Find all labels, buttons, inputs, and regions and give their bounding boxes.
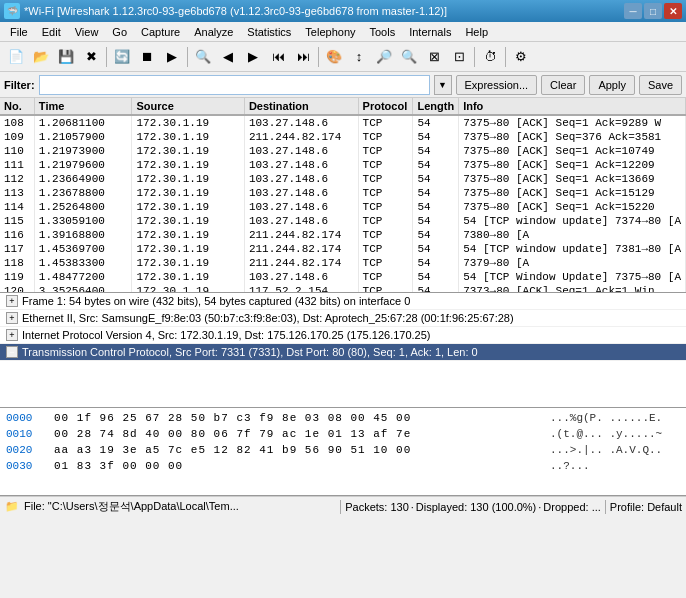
table-row[interactable]: 1161.39168800172.30.1.19211.244.82.174TC…	[0, 228, 686, 242]
toolbar-go-back[interactable]: ◀	[216, 45, 240, 69]
apply-button[interactable]: Apply	[589, 75, 635, 95]
cell-no: 115	[0, 214, 34, 228]
filter-dropdown[interactable]: ▼	[434, 75, 452, 95]
cell-dst: 103.27.148.6	[244, 214, 358, 228]
menu-item-capture[interactable]: Capture	[135, 24, 186, 40]
detail-text: Transmission Control Protocol, Src Port:…	[22, 346, 478, 358]
toolbar-new[interactable]: 📄	[4, 45, 28, 69]
hex-line: 000000 1f 96 25 67 28 50 b7 c3 f9 8e 03 …	[6, 410, 680, 426]
menu-item-view[interactable]: View	[69, 24, 105, 40]
table-row[interactable]: 1091.21057900172.30.1.19211.244.82.174TC…	[0, 130, 686, 144]
detail-row[interactable]: +Frame 1: 54 bytes on wire (432 bits), 5…	[0, 293, 686, 310]
sep2	[187, 47, 188, 67]
cell-len: 54	[413, 144, 459, 158]
table-row[interactable]: 1151.33059100172.30.1.19103.27.148.6TCP5…	[0, 214, 686, 228]
table-row[interactable]: 1191.48477200172.30.1.19103.27.148.6TCP5…	[0, 270, 686, 284]
menu-item-go[interactable]: Go	[106, 24, 133, 40]
table-row[interactable]: 1111.21979600172.30.1.19103.27.148.6TCP5…	[0, 158, 686, 172]
table-row[interactable]: 1121.23664900172.30.1.19103.27.148.6TCP5…	[0, 172, 686, 186]
filter-bar: Filter: ▼ Expression... Clear Apply Save	[0, 72, 686, 98]
toolbar-zoom-in[interactable]: 🔎	[372, 45, 396, 69]
toolbar-open[interactable]: 📂	[29, 45, 53, 69]
packet-list[interactable]: No. Time Source Destination Protocol Len…	[0, 98, 686, 293]
toolbar-close[interactable]: ✖	[79, 45, 103, 69]
detail-row[interactable]: +Ethernet II, Src: SamsungE_f9:8e:03 (50…	[0, 310, 686, 327]
table-row[interactable]: 1081.20681100172.30.1.19103.27.148.6TCP5…	[0, 115, 686, 130]
expand-icon[interactable]: +	[6, 329, 18, 341]
expression-button[interactable]: Expression...	[456, 75, 538, 95]
cell-no: 111	[0, 158, 34, 172]
maximize-button[interactable]: □	[644, 3, 662, 19]
table-row[interactable]: 1203.35256400172.30.1.19117.52.2.154TCP5…	[0, 284, 686, 293]
table-row[interactable]: 1101.21973900172.30.1.19103.27.148.6TCP5…	[0, 144, 686, 158]
cell-proto: TCP	[358, 186, 413, 200]
status-icon: 📁	[4, 499, 20, 515]
cell-src: 172.30.1.19	[132, 130, 244, 144]
title-bar: 🦈 *Wi-Fi [Wireshark 1.12.3rc0-93-ge6bd67…	[0, 0, 686, 22]
clear-button[interactable]: Clear	[541, 75, 585, 95]
toolbar-find[interactable]: 🔍	[191, 45, 215, 69]
toolbar-restart[interactable]: 🔄	[110, 45, 134, 69]
filter-label: Filter:	[4, 79, 35, 91]
filter-input[interactable]	[39, 75, 430, 95]
status-sep1	[340, 500, 341, 514]
cell-proto: TCP	[358, 158, 413, 172]
expand-icon[interactable]: −	[6, 346, 18, 358]
toolbar-normal-size[interactable]: ⊠	[422, 45, 446, 69]
detail-row[interactable]: +Internet Protocol Version 4, Src: 172.3…	[0, 327, 686, 344]
detail-text: Internet Protocol Version 4, Src: 172.30…	[22, 329, 431, 341]
menu-item-edit[interactable]: Edit	[36, 24, 67, 40]
toolbar-settings[interactable]: ⚙	[509, 45, 533, 69]
toolbar-colorize[interactable]: 🎨	[322, 45, 346, 69]
toolbar-time[interactable]: ⏱	[478, 45, 502, 69]
table-row[interactable]: 1141.25264800172.30.1.19103.27.148.6TCP5…	[0, 200, 686, 214]
toolbar-go-fwd[interactable]: ▶	[241, 45, 265, 69]
hex-line: 0020aa a3 19 3e a5 7c e5 12 82 41 b9 56 …	[6, 442, 680, 458]
sep5	[505, 47, 506, 67]
menu-item-file[interactable]: File	[4, 24, 34, 40]
toolbar-go-first[interactable]: ⏮	[266, 45, 290, 69]
table-row[interactable]: 1171.45369700172.30.1.19211.244.82.174TC…	[0, 242, 686, 256]
detail-row[interactable]: −Transmission Control Protocol, Src Port…	[0, 344, 686, 361]
hex-ascii: ...%g(P. ......E.	[550, 410, 680, 426]
cell-len: 54	[413, 158, 459, 172]
cell-time: 1.48477200	[34, 270, 132, 284]
toolbar-stop[interactable]: ⏹	[135, 45, 159, 69]
expand-icon[interactable]: +	[6, 295, 18, 307]
menu-item-telephony[interactable]: Telephony	[299, 24, 361, 40]
table-row[interactable]: 1131.23678800172.30.1.19103.27.148.6TCP5…	[0, 186, 686, 200]
cell-dst: 103.27.148.6	[244, 172, 358, 186]
hex-bytes: 01 83 3f 00 00 00	[54, 458, 542, 474]
hex-ascii: ..?...	[550, 458, 680, 474]
toolbar-save[interactable]: 💾	[54, 45, 78, 69]
cell-no: 112	[0, 172, 34, 186]
col-header-no: No.	[0, 98, 34, 115]
cell-src: 172.30.1.19	[132, 214, 244, 228]
save-button[interactable]: Save	[639, 75, 682, 95]
cell-len: 54	[413, 256, 459, 270]
menu-item-help[interactable]: Help	[459, 24, 494, 40]
menu-item-tools[interactable]: Tools	[364, 24, 402, 40]
cell-dst: 103.27.148.6	[244, 115, 358, 130]
cell-src: 172.30.1.19	[132, 186, 244, 200]
packet-detail[interactable]: +Frame 1: 54 bytes on wire (432 bits), 5…	[0, 293, 686, 408]
cell-time: 3.35256400	[34, 284, 132, 293]
menu-bar: FileEditViewGoCaptureAnalyzeStatisticsTe…	[0, 22, 686, 42]
hex-dump[interactable]: 000000 1f 96 25 67 28 50 b7 c3 f9 8e 03 …	[0, 408, 686, 496]
menu-item-internals[interactable]: Internals	[403, 24, 457, 40]
expand-icon[interactable]: +	[6, 312, 18, 324]
toolbar-go-last[interactable]: ⏭	[291, 45, 315, 69]
cell-src: 172.30.1.19	[132, 284, 244, 293]
cell-time: 1.45383300	[34, 256, 132, 270]
toolbar-zoom-out[interactable]: 🔍	[397, 45, 421, 69]
close-button[interactable]: ✕	[664, 3, 682, 19]
minimize-button[interactable]: ─	[624, 3, 642, 19]
menu-item-statistics[interactable]: Statistics	[241, 24, 297, 40]
toolbar-resize[interactable]: ⊡	[447, 45, 471, 69]
cell-no: 110	[0, 144, 34, 158]
toolbar-autoscroll[interactable]: ↕	[347, 45, 371, 69]
detail-text: Ethernet II, Src: SamsungE_f9:8e:03 (50:…	[22, 312, 514, 324]
toolbar-start[interactable]: ▶	[160, 45, 184, 69]
menu-item-analyze[interactable]: Analyze	[188, 24, 239, 40]
table-row[interactable]: 1181.45383300172.30.1.19211.244.82.174TC…	[0, 256, 686, 270]
